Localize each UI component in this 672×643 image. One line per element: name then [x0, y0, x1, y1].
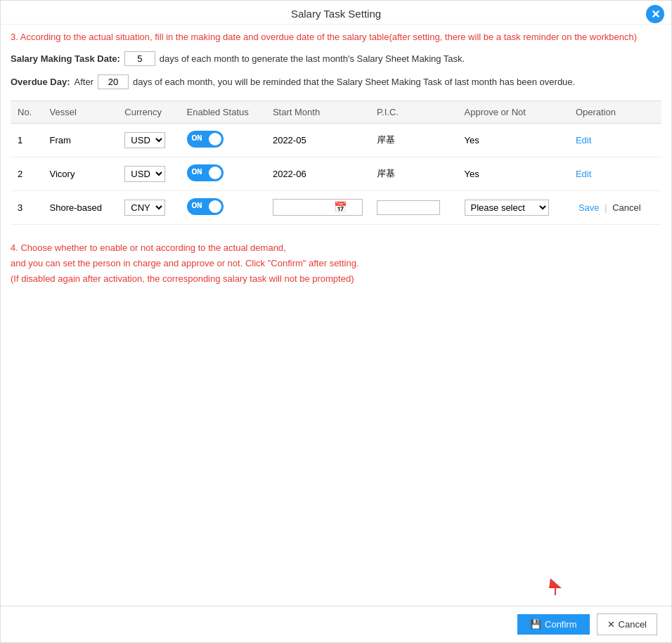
- start-month-input[interactable]: [276, 202, 332, 213]
- toggle-1[interactable]: ON: [187, 131, 224, 148]
- cell-pic: 岸基: [370, 123, 457, 157]
- cell-start-month: 2022-06: [266, 157, 370, 190]
- cell-no: 3: [11, 190, 43, 224]
- arrow-icon: [545, 576, 567, 600]
- confirm-icon: 💾: [530, 619, 541, 630]
- col-start-month: Start Month: [266, 100, 370, 123]
- cell-pic-edit[interactable]: [370, 190, 457, 224]
- instruction4-line3: (If disabled again after activation, the…: [11, 271, 661, 287]
- table-row: 1 Fram USD CNY EUR ON 2022-05 岸基: [11, 123, 661, 157]
- cell-enabled[interactable]: ON: [180, 190, 266, 224]
- dialog-footer: 💾 Confirm ✕ Cancel: [1, 606, 671, 642]
- approve-select-3[interactable]: Please select Yes No: [465, 200, 549, 216]
- currency-select-2[interactable]: USD CNY EUR: [124, 166, 165, 182]
- cell-vessel: Fram: [43, 123, 118, 157]
- salary-making-input[interactable]: [124, 51, 155, 66]
- overdue-input[interactable]: [98, 74, 129, 89]
- overdue-day-row: Overdue Day: After days of each month, y…: [1, 70, 671, 93]
- currency-select-1[interactable]: USD CNY EUR: [124, 132, 165, 148]
- cell-enabled[interactable]: ON: [180, 157, 266, 190]
- dialog-header: Salary Task Setting ✕: [1, 1, 671, 25]
- col-approve: Approve or Not: [458, 100, 569, 123]
- cell-currency: CNY USD EUR: [117, 190, 179, 224]
- save-button[interactable]: Save: [576, 202, 602, 213]
- overdue-prefix: After: [75, 77, 93, 87]
- toggle-3[interactable]: ON: [187, 198, 224, 215]
- col-operation: Operation: [569, 100, 661, 123]
- overdue-label: Overdue Day:: [11, 77, 70, 87]
- table-header-row: No. Vessel Currency Enabled Status Start…: [11, 100, 661, 123]
- notice3-text: 3. According to the actual situation, fi…: [1, 25, 671, 47]
- confirm-label: Confirm: [545, 619, 577, 630]
- footer-cancel-icon: ✕: [607, 619, 615, 630]
- calendar-icon[interactable]: 📅: [334, 201, 347, 214]
- cell-currency: USD CNY EUR: [117, 123, 179, 157]
- footer-cancel-button[interactable]: ✕ Cancel: [597, 613, 657, 635]
- cell-approve: Yes: [458, 123, 569, 157]
- table-row: 2 Vicory USD CNY EUR ON 2022-06 岸基: [11, 157, 661, 190]
- salary-making-label: Salary Making Task Date:: [11, 53, 120, 64]
- cell-approve-edit[interactable]: Please select Yes No: [458, 190, 569, 224]
- cell-operation[interactable]: Edit: [569, 123, 661, 157]
- cell-enabled[interactable]: ON: [180, 123, 266, 157]
- cell-no: 2: [11, 157, 43, 190]
- instruction4-line1: 4. Choose whether to enable or not accor…: [11, 240, 661, 256]
- toggle-2[interactable]: ON: [187, 164, 224, 181]
- vessel-table: No. Vessel Currency Enabled Status Start…: [11, 100, 661, 225]
- cell-pic: 岸基: [370, 157, 457, 190]
- close-button[interactable]: ✕: [646, 5, 664, 23]
- pic-input[interactable]: [377, 200, 440, 215]
- salary-making-row: Salary Making Task Date: days of each mo…: [1, 47, 671, 70]
- footer-cancel-label: Cancel: [619, 619, 647, 630]
- col-currency: Currency: [117, 100, 179, 123]
- cell-no: 1: [11, 123, 43, 157]
- col-vessel: Vessel: [43, 100, 118, 123]
- table-row: 3 Shore-based CNY USD EUR ON: [11, 190, 661, 224]
- cell-currency: USD CNY EUR: [117, 157, 179, 190]
- cell-operation[interactable]: Edit: [569, 157, 661, 190]
- col-pic: P.I.C.: [370, 100, 457, 123]
- confirm-button[interactable]: 💾 Confirm: [517, 614, 590, 635]
- currency-select-3[interactable]: CNY USD EUR: [124, 200, 165, 216]
- edit-link-2[interactable]: Edit: [576, 169, 591, 179]
- dialog: Salary Task Setting ✕ 3. According to th…: [0, 0, 672, 643]
- cell-approve: Yes: [458, 157, 569, 190]
- col-no: No.: [11, 100, 43, 123]
- salary-making-suffix: days of each month to generate the last …: [160, 53, 465, 64]
- cell-start-month: 2022-05: [266, 123, 370, 157]
- edit-link-1[interactable]: Edit: [576, 135, 591, 145]
- cancel-button[interactable]: Cancel: [609, 202, 643, 213]
- cell-operation-edit[interactable]: Save | Cancel: [569, 190, 661, 224]
- dialog-title: Salary Task Setting: [291, 8, 381, 20]
- cell-vessel: Vicory: [43, 157, 118, 190]
- cell-start-month-edit[interactable]: 📅: [266, 190, 370, 224]
- instruction4-text: 4. Choose whether to enable or not accor…: [1, 232, 671, 295]
- col-enabled: Enabled Status: [180, 100, 266, 123]
- overdue-suffix: days of each month, you will be reminded…: [133, 77, 575, 87]
- cell-vessel: Shore-based: [43, 190, 118, 224]
- instruction4-line2: and you can set the person in charge and…: [11, 256, 661, 271]
